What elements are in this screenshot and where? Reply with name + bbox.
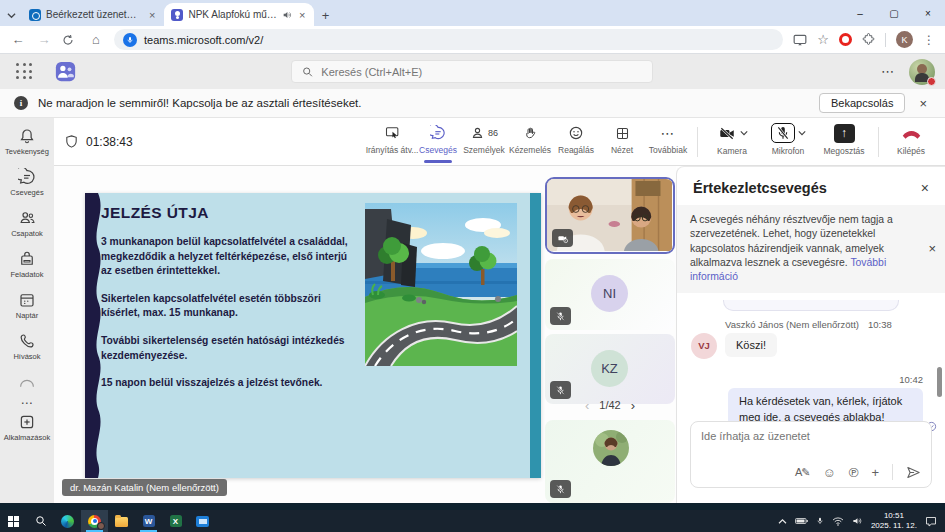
message-meta: Vaszkó János (Nem ellenőrzött) 10:38	[725, 319, 931, 330]
pager-prev-icon[interactable]: ‹	[585, 398, 589, 413]
people-group-icon	[18, 209, 37, 227]
people-button[interactable]: 86 Személyek	[461, 120, 507, 164]
sidebar-item-activity[interactable]: Tevékenység	[0, 127, 54, 168]
emoji-icon[interactable]: ☺	[823, 465, 836, 480]
teams-more-icon[interactable]: ⋯	[881, 64, 895, 79]
share-button[interactable]: ↑ Megosztás	[816, 120, 872, 164]
chat-close-icon[interactable]: ×	[921, 180, 929, 196]
address-bar[interactable]: teams.microsoft.com/v2/	[114, 29, 783, 50]
info-icon: i	[14, 96, 28, 110]
tab-list-chevron-icon[interactable]	[0, 4, 22, 26]
window-minimize-button[interactable]: –	[843, 8, 877, 19]
video-tile-active-speaker[interactable]	[545, 177, 675, 254]
taskbar-search-icon[interactable]	[27, 510, 54, 532]
battery-icon[interactable]	[795, 517, 808, 525]
message-time: 10:38	[868, 319, 892, 330]
teams-logo-icon[interactable]	[55, 61, 76, 82]
start-button[interactable]	[0, 510, 27, 532]
chat-message: VJ Köszi!	[691, 333, 931, 359]
tab-close-icon[interactable]: ×	[297, 9, 307, 21]
mic-off-icon	[775, 125, 791, 141]
send-icon[interactable]	[906, 465, 921, 480]
chevron-down-icon[interactable]	[798, 129, 806, 137]
edge-taskbar-icon[interactable]	[54, 510, 81, 532]
participant-initials: NI	[591, 275, 628, 312]
chat-button[interactable]: Csevegés	[415, 120, 461, 164]
forward-icon[interactable]: →	[36, 32, 52, 47]
teams-search-box[interactable]	[291, 60, 653, 83]
tab-close-icon[interactable]: ×	[147, 9, 157, 21]
chrome-taskbar-icon[interactable]	[81, 510, 108, 532]
gif-icon[interactable]: ℗	[849, 465, 859, 480]
taskbar-clock[interactable]: 10:51 2025. 11. 12.	[871, 511, 917, 531]
display-app-icon[interactable]	[189, 510, 216, 532]
sidebar-more-icon[interactable]: ⋯	[21, 393, 34, 413]
banner-close-icon[interactable]: ×	[915, 96, 931, 111]
pager-next-icon[interactable]: ›	[631, 398, 635, 413]
action-center-icon[interactable]	[925, 516, 937, 527]
home-icon[interactable]: ⌂	[88, 32, 104, 47]
sidebar-item-teams[interactable]: Csapatok	[0, 209, 54, 250]
bookmark-star-icon[interactable]: ☆	[817, 32, 829, 47]
reload-icon[interactable]	[62, 34, 78, 46]
participant-count: 86	[488, 128, 498, 138]
tab-audio-icon[interactable]	[282, 10, 292, 20]
sidebar-item-assignments[interactable]: Feladatok	[0, 250, 54, 291]
cast-icon[interactable]	[793, 34, 807, 46]
teams-profile-avatar[interactable]	[909, 59, 935, 85]
video-tile-participant[interactable]: NI	[545, 259, 675, 330]
search-input[interactable]	[321, 66, 642, 78]
window-controls: – ▢ ×	[843, 0, 945, 26]
back-icon[interactable]: ←	[10, 32, 26, 47]
browser-profile-avatar[interactable]: K	[896, 31, 913, 48]
volume-icon[interactable]	[852, 516, 863, 526]
enable-notifications-button[interactable]: Bekapcsolás	[819, 93, 905, 113]
sidebar-item-calls[interactable]: Hívások	[0, 332, 54, 373]
message-input[interactable]	[701, 430, 921, 461]
attach-plus-icon[interactable]: +	[871, 465, 879, 480]
sidebar-item-apps[interactable]: Alkalmazások	[0, 413, 54, 454]
toolbar-buttons: Irányítás átv... Csevegés 86 Személyek K…	[369, 120, 945, 164]
chat-scrollbar[interactable]	[937, 367, 942, 397]
video-tile-participant[interactable]: KZ	[545, 334, 675, 404]
word-taskbar-icon[interactable]: W	[135, 510, 162, 532]
site-mic-permission-icon[interactable]	[123, 33, 137, 47]
window-maximize-button[interactable]: ▢	[877, 8, 911, 19]
chevron-down-icon[interactable]	[740, 129, 748, 137]
microphone-button[interactable]: Mikrofon	[760, 120, 816, 164]
window-bottom-edge	[0, 503, 945, 510]
take-control-button[interactable]: Irányítás átv...	[369, 120, 415, 164]
chat-bubble-icon	[18, 168, 36, 186]
tray-chevron-icon[interactable]	[778, 518, 787, 525]
hangup-icon	[901, 124, 922, 143]
video-tile-participant[interactable]	[545, 420, 675, 503]
message-compose-box[interactable]: A✎ ☺ ℗ +	[690, 421, 932, 488]
window-close-button[interactable]: ×	[911, 8, 945, 19]
extensions-puzzle-icon[interactable]	[862, 33, 875, 46]
browser-tab-outlook[interactable]: Beérkezett üzenetek – Zakar Ka ×	[22, 3, 164, 26]
view-button[interactable]: Nézet	[599, 120, 645, 164]
raise-hand-button[interactable]: Kézemelés	[507, 120, 553, 164]
react-button[interactable]: Reagálás	[553, 120, 599, 164]
browser-menu-icon[interactable]: ⋮	[923, 33, 935, 47]
sidebar-item-calendar[interactable]: Naptár	[0, 291, 54, 332]
app-launcher-waffle-icon[interactable]	[16, 63, 33, 80]
excel-taskbar-icon[interactable]: X	[162, 510, 189, 532]
chrome-profile-badge	[97, 522, 105, 530]
more-actions-button[interactable]: ⋯ Továbbiak	[645, 120, 691, 164]
file-explorer-icon[interactable]	[108, 510, 135, 532]
new-tab-button[interactable]: +	[314, 4, 336, 26]
mic-tray-icon[interactable]	[816, 516, 824, 526]
format-icon[interactable]: A✎	[795, 466, 810, 479]
camera-button[interactable]: Kamera	[704, 120, 760, 164]
slide-paragraph: 15 napon belül visszajelzés a jelzést te…	[101, 376, 349, 391]
notice-close-icon[interactable]: ×	[928, 240, 936, 258]
divider	[892, 464, 893, 480]
browser-tab-teams[interactable]: NPK Alapfokú művészetokt ×	[164, 3, 314, 26]
search-icon	[302, 66, 313, 78]
leave-button[interactable]: Kilépés	[885, 120, 937, 164]
wifi-icon[interactable]	[832, 517, 844, 526]
sidebar-item-chat[interactable]: Csevegés	[0, 168, 54, 209]
participant-initials: KZ	[591, 350, 628, 387]
adblock-extension-icon[interactable]	[839, 33, 852, 46]
